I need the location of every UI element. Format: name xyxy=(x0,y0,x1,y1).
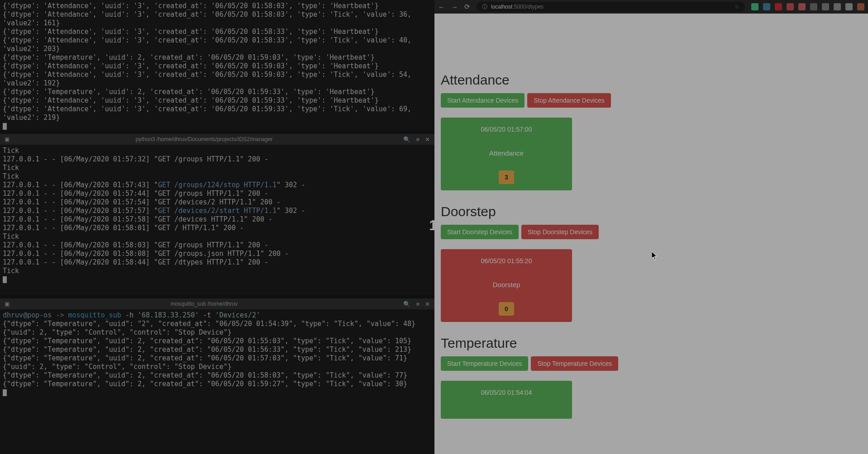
section-attendance: AttendanceStart Attendance DevicesStop A… xyxy=(441,72,862,190)
stop-attendance-button[interactable]: Stop Attendance Devices xyxy=(527,93,610,108)
bookmark-star-icon[interactable]: ☆ xyxy=(734,4,739,10)
url-host: localhost xyxy=(491,4,512,10)
close-icon[interactable]: ✕ xyxy=(425,301,430,307)
search-icon[interactable]: 🔍 xyxy=(403,136,410,143)
card-name: Doorstep xyxy=(445,281,568,288)
section-title: Attendance xyxy=(441,72,862,88)
device-card-temperature[interactable]: 06/05/20 01:54:04 xyxy=(441,381,572,419)
close-icon[interactable]: ✕ xyxy=(425,136,430,143)
card-timestamp: 06/05/20 01:57:00 xyxy=(445,126,568,133)
terminal-2-title: python3 /home/dhruv/Documents/projects/I… xyxy=(10,136,399,142)
extension-icon-5[interactable] xyxy=(810,3,817,10)
card-badge: 0 xyxy=(499,302,514,316)
back-icon[interactable]: ← xyxy=(438,3,445,11)
extension-icon-3[interactable] xyxy=(787,3,794,10)
menu-icon[interactable]: ≡ xyxy=(416,136,420,143)
terminal-1[interactable]: {'dtype': 'Attendance', 'uuid': '3', 'cr… xyxy=(0,0,434,130)
card-badge: 3 xyxy=(499,170,514,184)
device-card-doorstep[interactable]: 06/05/20 01:55:20Doorstep0 xyxy=(441,249,572,322)
start-temperature-button[interactable]: Start Temperature Devices xyxy=(441,356,528,371)
section-doorstep: DoorstepStart Doorstep DevicesStop Doors… xyxy=(441,204,862,322)
extension-icon-6[interactable] xyxy=(822,3,829,10)
section-title: Temperature xyxy=(441,336,862,351)
terminal-2[interactable]: Tick 127.0.0.1 - - [06/May/2020 01:57:32… xyxy=(0,145,434,295)
section-title: Doorstep xyxy=(441,204,862,219)
stop-temperature-button[interactable]: Stop Temperature Devices xyxy=(531,356,618,371)
card-timestamp: 06/05/20 01:55:20 xyxy=(445,257,568,265)
start-attendance-button[interactable]: Start Attendance Devices xyxy=(441,93,525,108)
terminal-3-title: mosquitto_sub /home/dhruv xyxy=(10,301,399,307)
extension-icon-2[interactable] xyxy=(775,3,782,10)
url-path: :5000/dtypes xyxy=(512,4,544,10)
reload-icon[interactable]: ⟳ xyxy=(464,3,470,11)
extension-icon-1[interactable] xyxy=(763,3,770,10)
card-name: Attendance xyxy=(445,149,568,157)
browser-pane: ← → ⟳ ⓘ localhost:5000/dtypes ☆ Home Lis… xyxy=(434,0,868,454)
terminal-3-header: ▣ mosquitto_sub /home/dhruv 🔍 ≡ ✕ xyxy=(0,298,434,309)
start-doorstep-button[interactable]: Start Doorstep Devices xyxy=(441,225,519,239)
extension-icon-9[interactable] xyxy=(857,3,864,10)
terminal-3[interactable]: dhruv@pop-os -> mosquitto_sub -h '68.183… xyxy=(0,309,434,454)
extension-icons xyxy=(751,3,864,10)
extension-icon-7[interactable] xyxy=(834,3,841,10)
stop-doorstep-button[interactable]: Stop Doorstep Devices xyxy=(521,225,599,239)
new-tab-icon[interactable]: ▣ xyxy=(0,136,10,142)
page-content: AttendanceStart Attendance DevicesStop A… xyxy=(434,14,868,454)
browser-toolbar: ← → ⟳ ⓘ localhost:5000/dtypes ☆ xyxy=(434,0,868,14)
section-temperature: TemperatureStart Temperature DevicesStop… xyxy=(441,336,862,419)
extension-icon-8[interactable] xyxy=(845,3,853,10)
extension-icon-4[interactable] xyxy=(798,3,806,10)
site-info-icon[interactable]: ⓘ xyxy=(482,3,487,11)
address-bar[interactable]: ⓘ localhost:5000/dtypes ☆ xyxy=(477,2,745,12)
search-icon[interactable]: 🔍 xyxy=(403,301,410,307)
mouse-cursor-icon xyxy=(652,251,658,260)
terminal-2-header: ▣ python3 /home/dhruv/Documents/projects… xyxy=(0,134,434,145)
card-timestamp: 06/05/20 01:54:04 xyxy=(445,389,568,396)
menu-icon[interactable]: ≡ xyxy=(416,301,420,307)
forward-icon[interactable]: → xyxy=(451,3,458,11)
left-terminals-pane: {'dtype': 'Attendance', 'uuid': '3', 'cr… xyxy=(0,0,434,454)
device-card-attendance[interactable]: 06/05/20 01:57:00Attendance3 xyxy=(441,118,572,190)
new-tab-icon[interactable]: ▣ xyxy=(0,301,10,307)
extension-icon-0[interactable] xyxy=(751,3,758,10)
